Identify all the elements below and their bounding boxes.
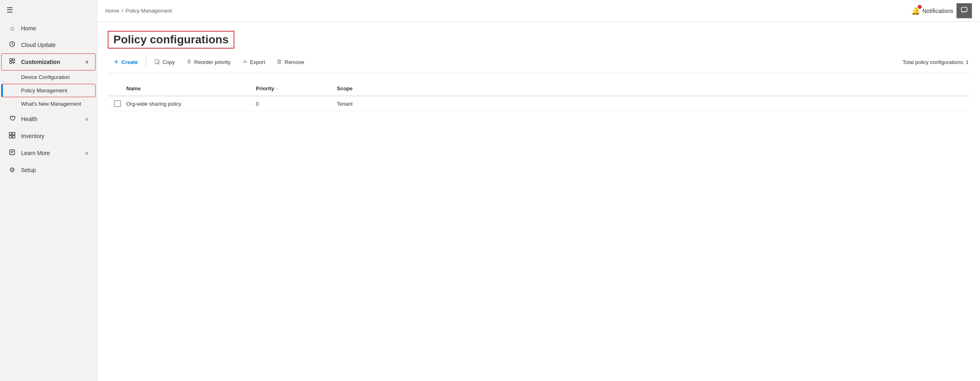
remove-label: Remove xyxy=(285,59,304,65)
page-title-box: Policy configurations xyxy=(108,32,234,48)
sidebar-item-learn-more[interactable]: Learn More ∨ xyxy=(2,145,95,161)
table-header-scope-label: Scope xyxy=(337,85,353,92)
topbar: Home / Policy Management 🔔 Notifications xyxy=(97,0,980,22)
svg-rect-4 xyxy=(9,132,12,135)
home-icon: ⌂ xyxy=(8,25,16,32)
svg-rect-7 xyxy=(13,136,15,138)
sidebar-item-health[interactable]: Health ∨ xyxy=(2,111,95,127)
breadcrumb-current: Policy Management xyxy=(125,8,172,14)
sort-icon: ↑ xyxy=(276,86,278,91)
inventory-icon xyxy=(8,132,16,140)
table-header-priority-label: Priority xyxy=(256,85,274,92)
table-header-name-label: Name xyxy=(126,85,140,92)
chat-button[interactable] xyxy=(957,3,972,18)
row-priority-cell: 0 xyxy=(256,101,337,107)
notifications-button[interactable]: 🔔 Notifications xyxy=(911,6,953,15)
sidebar-item-policy-management[interactable]: Policy Management xyxy=(2,84,95,97)
sidebar-item-label: Home xyxy=(21,25,36,32)
breadcrumb-separator: / xyxy=(122,8,123,14)
main-content: Home / Policy Management 🔔 Notifications xyxy=(97,0,980,381)
row-checkbox-cell xyxy=(108,100,126,107)
sidebar: ☰ ⌂ Home Cloud Update Customization ∧ xyxy=(0,0,97,381)
sidebar-item-label: Cloud Update xyxy=(21,42,56,48)
hamburger-icon: ☰ xyxy=(6,6,13,14)
create-label: Create xyxy=(121,59,138,65)
sidebar-item-label: Health xyxy=(21,116,37,122)
remove-icon xyxy=(276,59,282,66)
health-chevron-icon: ∨ xyxy=(85,116,89,122)
breadcrumb-home[interactable]: Home xyxy=(105,8,119,14)
remove-button[interactable]: Remove xyxy=(272,56,309,68)
customization-icon xyxy=(8,58,16,66)
learn-more-icon xyxy=(8,149,16,157)
svg-rect-11 xyxy=(155,60,158,63)
setup-icon: ⚙ xyxy=(8,166,16,174)
health-icon xyxy=(8,115,16,123)
policy-name-link[interactable]: Org-wide sharing policy xyxy=(126,101,181,107)
sidebar-item-setup[interactable]: ⚙ Setup xyxy=(2,162,95,178)
notifications-label: Notifications xyxy=(923,8,953,14)
create-icon: ＋ xyxy=(113,58,119,66)
learn-more-chevron-icon: ∨ xyxy=(85,150,89,156)
sidebar-item-label: Customization xyxy=(21,59,60,65)
sidebar-sub-item-label: What's New Management xyxy=(21,101,81,107)
row-name-cell: Org-wide sharing policy xyxy=(126,101,256,107)
create-button[interactable]: ＋ Create xyxy=(108,56,142,68)
copy-icon xyxy=(154,59,160,66)
sidebar-item-label: Learn More xyxy=(21,150,50,156)
sidebar-sub-item-label: Policy Management xyxy=(21,87,67,94)
sidebar-item-inventory[interactable]: Inventory xyxy=(2,128,95,144)
svg-rect-3 xyxy=(10,62,12,64)
svg-rect-8 xyxy=(10,150,15,155)
copy-label: Copy xyxy=(162,59,174,65)
notification-badge xyxy=(918,5,922,9)
sidebar-item-device-configuration[interactable]: Device Configuration xyxy=(2,71,95,83)
sidebar-sub-item-label: Device Configuration xyxy=(21,74,70,80)
copy-button[interactable]: Copy xyxy=(149,56,179,68)
sidebar-item-cloud-update[interactable]: Cloud Update xyxy=(2,37,95,53)
total-policy-count: Total policy configurations: 1 xyxy=(903,59,969,65)
reorder-icon xyxy=(186,59,192,66)
toolbar-separator-1 xyxy=(146,57,146,67)
bell-icon: 🔔 xyxy=(911,6,920,15)
sidebar-item-customization[interactable]: Customization ∧ xyxy=(2,54,95,70)
svg-rect-1 xyxy=(10,59,12,61)
content-area: Policy configurations ＋ Create Copy xyxy=(97,22,980,381)
table-row: Org-wide sharing policy 0 Tenant xyxy=(108,96,969,111)
page-title: Policy configurations xyxy=(113,33,229,46)
table-header-scope: Scope xyxy=(337,85,969,92)
cloud-update-icon xyxy=(8,41,16,49)
export-button[interactable]: Export xyxy=(237,56,270,68)
svg-rect-6 xyxy=(9,136,12,138)
reorder-label: Reorder priority xyxy=(194,59,231,65)
export-icon xyxy=(242,59,247,66)
topbar-right: 🔔 Notifications xyxy=(911,3,972,18)
sidebar-item-label: Setup xyxy=(21,167,36,173)
table-header-checkbox xyxy=(108,85,126,92)
breadcrumb: Home / Policy Management xyxy=(105,8,172,14)
row-checkbox[interactable] xyxy=(114,100,121,107)
svg-rect-2 xyxy=(13,59,15,61)
customization-chevron-icon: ∧ xyxy=(85,59,89,65)
table-header-name: Name xyxy=(126,85,256,92)
row-scope-cell: Tenant xyxy=(337,101,969,107)
toolbar: ＋ Create Copy Reord xyxy=(108,56,969,73)
hamburger-menu[interactable]: ☰ xyxy=(0,0,97,20)
sidebar-item-home[interactable]: ⌂ Home xyxy=(2,21,95,36)
table-header-priority[interactable]: Priority ↑ xyxy=(256,85,337,92)
svg-rect-9 xyxy=(961,7,967,12)
table-header: Name Priority ↑ Scope xyxy=(108,81,969,96)
chat-icon xyxy=(961,6,968,15)
sidebar-item-label: Inventory xyxy=(21,133,45,139)
sidebar-item-whats-new-management[interactable]: What's New Management xyxy=(2,98,95,110)
policy-table: Name Priority ↑ Scope Org-wide sharing p… xyxy=(108,81,969,111)
export-label: Export xyxy=(250,59,265,65)
svg-rect-5 xyxy=(13,132,15,135)
reorder-priority-button[interactable]: Reorder priority xyxy=(181,56,236,68)
